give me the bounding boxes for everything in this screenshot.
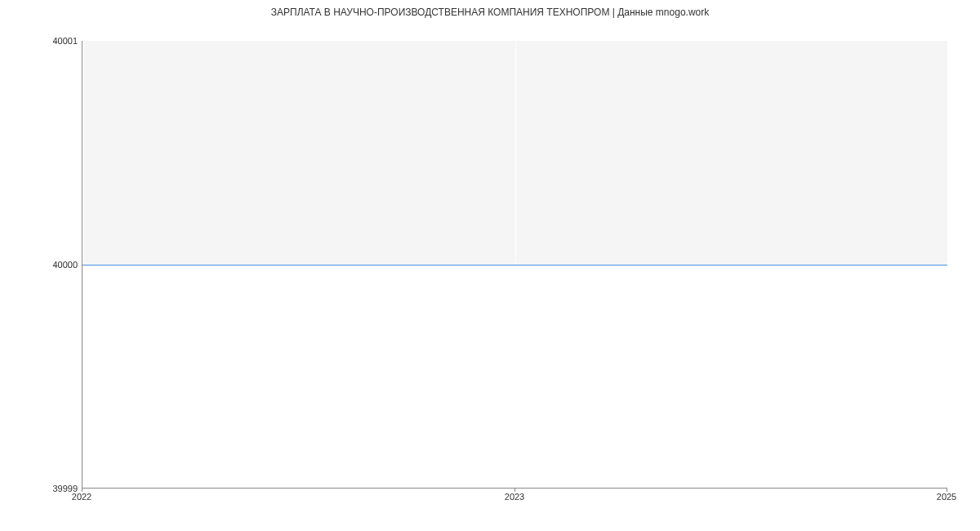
x-axis-tick: 2025 (937, 492, 956, 502)
y-axis-tick: 39999 (29, 484, 78, 493)
plot-area (82, 41, 947, 489)
area-fill (82, 265, 947, 489)
chart-title: ЗАРПЛАТА В НАУЧНО-ПРОИЗВОДСТВЕННАЯ КОМПА… (0, 7, 980, 18)
y-axis-tick: 40000 (29, 260, 78, 270)
x-axis-tick: 2023 (505, 492, 524, 502)
x-axis-tick: 2022 (72, 492, 91, 502)
y-axis-tick: 40001 (29, 36, 78, 46)
data-line (82, 265, 947, 266)
